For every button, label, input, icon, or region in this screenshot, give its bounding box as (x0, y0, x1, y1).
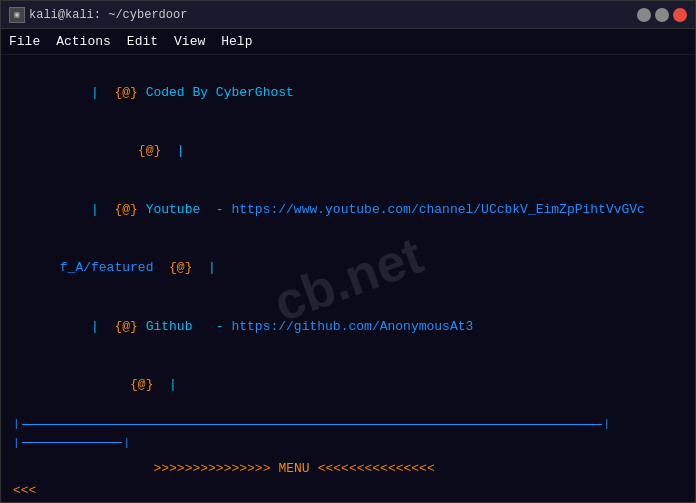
titlebar-buttons (637, 8, 687, 22)
terminal-body[interactable]: cb.net | {@} Coded By CyberGhost {@} | |… (1, 55, 695, 502)
header-youtube: | {@} Youtube - https://www.youtube.com/… (13, 180, 683, 239)
window-icon: ▣ (9, 7, 25, 23)
titlebar: ▣ kali@kali: ~/cyberdoor (1, 1, 695, 29)
menu-view[interactable]: View (174, 34, 205, 49)
menu-edit[interactable]: Edit (127, 34, 158, 49)
header-github: | {@} Github - https://github.com/Anonym… (13, 297, 683, 356)
menu-header: >>>>>>>>>>>>>>> MENU <<<<<<<<<<<<<<< (13, 459, 683, 479)
header-youtube-2: f_A/featured {@} | (13, 239, 683, 298)
terminal-window: ▣ kali@kali: ~/cyberdoor File Actions Ed… (0, 0, 696, 503)
maximize-button[interactable] (655, 8, 669, 22)
minimize-button[interactable] (637, 8, 651, 22)
menu-back: <<< (13, 481, 683, 501)
header-coded: | {@} Coded By CyberGhost (13, 63, 683, 122)
menu-arrows-left: >>>>>>>>>>>>>>> (13, 459, 270, 479)
header-coded-2: {@} | (13, 122, 683, 181)
header-github-2: {@} | (13, 356, 683, 415)
separator-2: || (13, 435, 683, 452)
menu-arrows-right: <<<<<<<<<<<<<<< (318, 459, 435, 479)
separator-1: || (13, 416, 683, 433)
titlebar-left: ▣ kali@kali: ~/cyberdoor (9, 7, 187, 23)
menu-file[interactable]: File (9, 34, 40, 49)
menu-help[interactable]: Help (221, 34, 252, 49)
menubar: File Actions Edit View Help (1, 29, 695, 55)
close-button[interactable] (673, 8, 687, 22)
menu-actions[interactable]: Actions (56, 34, 111, 49)
window-title: kali@kali: ~/cyberdoor (29, 8, 187, 22)
menu-label: MENU (278, 459, 309, 479)
